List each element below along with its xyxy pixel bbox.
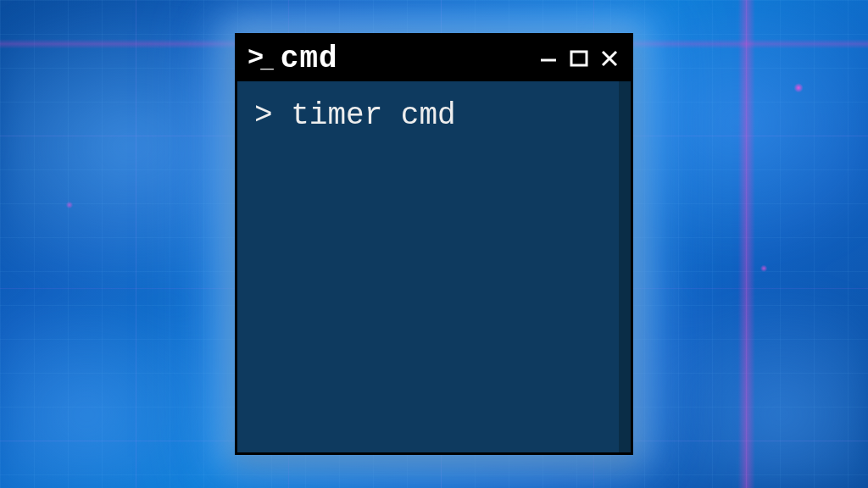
prompt-prefix: > [254, 98, 291, 133]
terminal-prompt-icon: >_ [248, 45, 272, 72]
svg-rect-1 [571, 52, 587, 65]
terminal-window[interactable]: >_ cmd > timer cmd [235, 33, 633, 455]
minimize-button[interactable] [536, 46, 561, 71]
window-titlebar[interactable]: >_ cmd [237, 36, 631, 81]
command-line: > timer cmd [254, 97, 602, 136]
command-text: timer cmd [291, 98, 455, 133]
terminal-body[interactable]: > timer cmd [237, 81, 631, 452]
close-button[interactable] [597, 46, 622, 71]
maximize-button[interactable] [566, 46, 592, 71]
window-controls [536, 46, 622, 71]
window-title: cmd [281, 42, 527, 76]
viewport: >_ cmd > timer cmd [0, 0, 868, 488]
